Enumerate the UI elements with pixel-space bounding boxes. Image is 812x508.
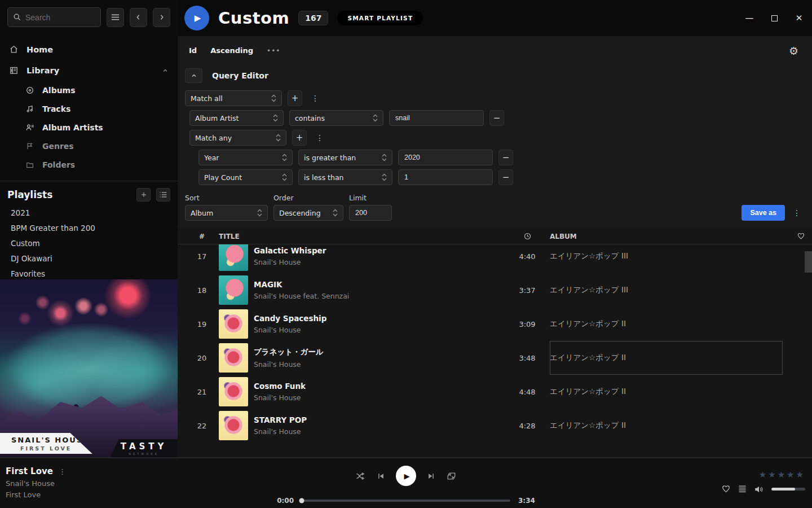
favorite-column-header[interactable] bbox=[783, 232, 805, 240]
rule-operator-select[interactable]: is less than bbox=[298, 169, 392, 185]
sort-direction-button[interactable]: Ascending bbox=[210, 46, 253, 55]
nav-back-button[interactable] bbox=[130, 8, 147, 27]
match-type-select[interactable]: Match any bbox=[189, 130, 286, 146]
table-scrollbar[interactable] bbox=[805, 251, 812, 273]
playlist-item[interactable]: DJ Okawari bbox=[7, 251, 170, 266]
sidebar-item-folders[interactable]: Folders bbox=[25, 155, 178, 174]
sort-menu-button[interactable]: ⋮ bbox=[791, 205, 803, 221]
table-row[interactable]: 18 MAGIKSnail's House feat. Sennzai 3:37… bbox=[178, 273, 812, 307]
track-album[interactable]: エイリアン☆ポップ II bbox=[550, 375, 783, 409]
sidebar-item-albums[interactable]: Albums bbox=[25, 81, 178, 99]
playlist-item[interactable]: Custom bbox=[7, 235, 170, 251]
star-icon[interactable]: ★ bbox=[796, 470, 804, 480]
sort-field-button[interactable]: Id bbox=[189, 46, 197, 55]
order-select[interactable]: Descending bbox=[273, 205, 343, 221]
remove-rule-button[interactable]: − bbox=[498, 150, 513, 165]
play-playlist-button[interactable]: ▶ bbox=[184, 6, 209, 30]
table-row[interactable]: 21 Cosmo FunkSnail's House 4:48 エイリアン☆ポッ… bbox=[178, 375, 812, 409]
sidebar-item-album-artists[interactable]: Album Artists bbox=[25, 118, 178, 137]
close-button[interactable]: ✕ bbox=[794, 13, 804, 23]
star-icon[interactable]: ★ bbox=[759, 470, 766, 480]
add-rule-button[interactable]: + bbox=[292, 130, 307, 146]
nav-forward-button[interactable] bbox=[153, 8, 170, 27]
shuffle-button[interactable] bbox=[355, 471, 366, 481]
rule-value-input[interactable] bbox=[389, 110, 484, 126]
sidebar-item-tracks[interactable]: Tracks bbox=[25, 99, 178, 118]
seek-handle[interactable] bbox=[299, 498, 304, 503]
track-album[interactable]: エイリアン☆ポップ III bbox=[550, 244, 783, 273]
table-row[interactable]: 17 Galactic WhisperSnail's House 4:40 エイ… bbox=[178, 244, 812, 273]
track-title: STARRY POP bbox=[254, 415, 505, 424]
remove-rule-button[interactable]: − bbox=[498, 169, 513, 185]
minimize-button[interactable]: — bbox=[744, 13, 754, 23]
limit-input[interactable] bbox=[349, 205, 392, 221]
add-playlist-button[interactable] bbox=[136, 188, 151, 202]
track-album[interactable]: エイリアン☆ポップ II bbox=[550, 307, 783, 341]
playlist-list-button[interactable] bbox=[156, 188, 170, 202]
playlist-item[interactable]: Favorites bbox=[7, 266, 170, 281]
volume-slider[interactable] bbox=[771, 488, 805, 491]
search-box[interactable] bbox=[7, 7, 101, 27]
rule-value-input[interactable] bbox=[398, 150, 493, 165]
row-index: 21 bbox=[185, 388, 219, 396]
more-options-button[interactable]: ••• bbox=[267, 47, 280, 55]
maximize-button[interactable] bbox=[769, 13, 779, 23]
now-playing-album[interactable]: First Love bbox=[6, 491, 66, 499]
seek-slider[interactable] bbox=[302, 500, 510, 502]
row-index: 19 bbox=[185, 320, 219, 329]
next-button[interactable] bbox=[427, 472, 435, 480]
rule-field-select[interactable]: Year bbox=[198, 150, 293, 165]
duration-column-header[interactable] bbox=[505, 232, 550, 240]
track-artist: Snail's House bbox=[254, 326, 505, 334]
sidebar-item-genres[interactable]: Genres bbox=[25, 137, 178, 155]
match-type-select[interactable]: Match all bbox=[185, 90, 282, 106]
star-icon[interactable]: ★ bbox=[787, 470, 794, 480]
sort-bar: Sort Album Order Descending Limit Save a… bbox=[178, 189, 812, 229]
group-menu-button[interactable]: ⋮ bbox=[312, 130, 327, 146]
title-column-header[interactable]: TITLE bbox=[219, 233, 254, 240]
star-icon[interactable]: ★ bbox=[778, 470, 785, 480]
collapse-query-editor-button[interactable] bbox=[185, 68, 202, 83]
chevron-up-icon bbox=[191, 72, 197, 79]
album-column-header[interactable]: ALBUM bbox=[550, 233, 783, 240]
volume-icon[interactable] bbox=[754, 485, 764, 494]
rule-field-select[interactable]: Play Count bbox=[198, 169, 293, 185]
menu-button[interactable] bbox=[107, 8, 124, 27]
table-row[interactable]: 22 STARRY POPSnail's House 4:28 エイリアン☆ポッ… bbox=[178, 409, 812, 443]
search-input[interactable] bbox=[25, 13, 95, 22]
group-menu-button[interactable]: ⋮ bbox=[308, 90, 323, 106]
playlist-item[interactable]: BPM Greater than 200 bbox=[7, 220, 170, 235]
remove-rule-button[interactable]: − bbox=[489, 110, 504, 126]
favorite-button[interactable] bbox=[721, 484, 731, 494]
track-album-focused-cell[interactable]: エイリアン☆ポップ II bbox=[550, 341, 783, 375]
sidebar-item-home[interactable]: Home bbox=[0, 39, 178, 60]
previous-button[interactable] bbox=[377, 472, 385, 480]
rule-operator-select[interactable]: contains bbox=[289, 110, 383, 126]
rule-value-input[interactable] bbox=[398, 169, 493, 185]
chevron-up-icon[interactable] bbox=[162, 67, 169, 74]
play-pause-button[interactable]: ▶ bbox=[396, 466, 416, 486]
table-body: 17 Galactic WhisperSnail's House 4:40 エイ… bbox=[178, 244, 812, 457]
row-index: 18 bbox=[185, 286, 219, 295]
repeat-button[interactable] bbox=[446, 471, 457, 481]
table-row[interactable]: 19 Candy SpaceshipSnail's House 3:09 エイリ… bbox=[178, 307, 812, 341]
sort-select[interactable]: Album bbox=[185, 205, 268, 221]
now-playing-menu-button[interactable]: ⋮ bbox=[59, 467, 66, 476]
add-rule-button[interactable]: + bbox=[288, 90, 302, 106]
playlist-item[interactable]: 2021 bbox=[7, 205, 170, 220]
now-playing-artwork[interactable]: SNAIL'S HOUSE FIRST LOVE TASTY NETWORK bbox=[0, 279, 178, 457]
rule-operator-select[interactable]: is greater than bbox=[298, 150, 392, 165]
number-column-header[interactable]: # bbox=[185, 233, 219, 240]
now-playing-title[interactable]: First Love bbox=[6, 466, 53, 476]
save-as-button[interactable]: Save as bbox=[742, 205, 785, 221]
track-album[interactable]: エイリアン☆ポップ III bbox=[550, 273, 783, 307]
queue-button[interactable] bbox=[738, 485, 747, 493]
rule-field-select[interactable]: Album Artist bbox=[189, 110, 284, 126]
track-album[interactable]: エイリアン☆ポップ II bbox=[550, 409, 783, 443]
gear-icon[interactable]: ⚙ bbox=[789, 45, 798, 57]
skip-forward-icon bbox=[427, 472, 435, 480]
star-icon[interactable]: ★ bbox=[768, 470, 775, 480]
table-row[interactable]: 20 プラネット・ガールSnail's House 3:48 エイリアン☆ポップ… bbox=[178, 341, 812, 375]
sidebar-item-library[interactable]: Library bbox=[0, 60, 178, 81]
now-playing-artist[interactable]: Snail's House bbox=[6, 479, 66, 488]
